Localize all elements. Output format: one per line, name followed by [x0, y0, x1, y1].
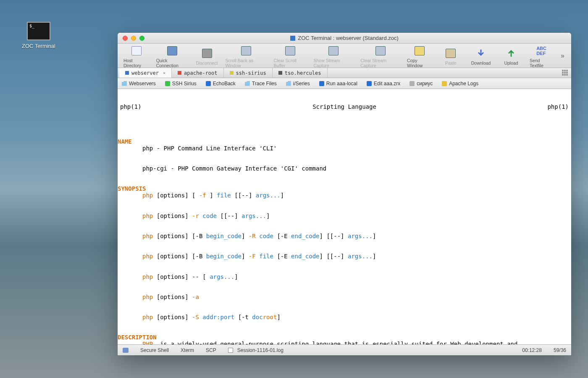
host-icon [367, 81, 372, 86]
tab-close-icon[interactable]: ✕ [161, 71, 165, 75]
tab-indicator-icon [178, 71, 181, 75]
quick-connection-button[interactable]: Quick Connection [154, 44, 191, 68]
window-title: ZOC Terminal : webserver (Standard.zoc) [118, 35, 571, 41]
toolbar-overflow-button[interactable]: » [557, 52, 568, 60]
clear-scroll-button[interactable]: Clear Scroll Buffer [271, 44, 310, 68]
maximize-button[interactable] [139, 36, 144, 41]
window-controls [118, 36, 144, 41]
bookmark-iseries[interactable]: i/Series [286, 81, 310, 87]
close-button[interactable] [123, 36, 128, 41]
statusbar: Secure Shell Xterm SCP Session-1116-01.l… [118, 344, 571, 355]
host-icon [319, 81, 324, 86]
status-elapsed: 00:12:28 [522, 347, 542, 353]
bookmark-echoback[interactable]: EchoBack [206, 81, 236, 87]
terminal-viewport[interactable]: php(1)Scripting Languagephp(1) NAME php … [118, 89, 571, 344]
bookmark-webservers[interactable]: Webservers [122, 81, 156, 87]
tab-indicator-icon [125, 71, 129, 75]
host-icon [165, 81, 170, 86]
upload-button[interactable]: Upload [497, 46, 525, 66]
tab-indicator-icon [278, 71, 282, 75]
desktop-app-icon[interactable]: ZOC Terminal [22, 22, 55, 49]
window-title-text: ZOC Terminal : webserver (Standard.zoc) [298, 35, 399, 41]
tab-apache-root[interactable]: apache-root [172, 68, 223, 78]
tab-grid-button[interactable] [562, 70, 568, 76]
folder-icon [122, 81, 127, 86]
show-capture-button[interactable]: Show Stream Capture [311, 44, 356, 68]
disconnect-button[interactable]: Disconnect [193, 46, 221, 66]
bookmark-trace-files[interactable]: Trace Files [245, 81, 277, 87]
man-header: php(1)Scripting Languagephp(1) [118, 103, 571, 110]
app-window: ZOC Terminal : webserver (Standard.zoc) … [118, 33, 571, 355]
tab-bar: webserver ✕ apache-root ssh-sirius tso.h… [118, 68, 571, 78]
minimize-button[interactable] [131, 36, 136, 41]
status-protocol: SCP [206, 347, 216, 353]
paste-button[interactable]: Paste [436, 46, 465, 66]
bookmark-run-aaa-local[interactable]: Run aaa-local [319, 81, 357, 87]
host-icon [206, 81, 211, 86]
host-directory-button[interactable]: Host Directory [121, 44, 152, 68]
bookmark-apache-logs[interactable]: Apache Logs [442, 81, 478, 87]
connection-icon [123, 348, 129, 353]
terminal-icon [27, 22, 50, 40]
man-body: NAME php - PHP Command Line Interface 'C… [118, 123, 571, 344]
tab-ssh-sirius[interactable]: ssh-sirius [224, 68, 273, 78]
bookmark-sirius-cyrillic[interactable]: сириус [410, 81, 433, 87]
status-connection: Secure Shell [140, 347, 169, 353]
status-cursor-pos: 59/36 [554, 347, 566, 353]
tab-indicator-icon [230, 71, 234, 75]
status-terminal-type: Xterm [181, 347, 194, 353]
host-icon [410, 81, 415, 86]
folder-icon [245, 81, 250, 86]
bookmark-ssh-sirius[interactable]: SSH Sirius [165, 81, 197, 87]
log-checkbox[interactable] [228, 348, 233, 353]
desktop-app-label: ZOC Terminal [22, 43, 55, 49]
host-icon [442, 81, 447, 86]
toolbar: Host Directory Quick Connection Disconne… [118, 44, 571, 68]
folder-icon [286, 81, 291, 86]
download-button[interactable]: Download [467, 46, 495, 66]
send-textfile-button[interactable]: ABCDEFSend Textfile [527, 44, 556, 68]
bookmarks-bar: Webservers SSH Sirius EchoBack Trace Fil… [118, 78, 571, 89]
tab-webserver[interactable]: webserver ✕ [119, 68, 172, 78]
status-logfile: Session-1116-01.log [237, 347, 284, 353]
app-icon [290, 36, 295, 41]
clear-capture-button[interactable]: Clear Stream Capture [358, 44, 403, 68]
copy-window-button[interactable]: Copy Window [404, 44, 435, 68]
bookmark-edit-aaa-zrx[interactable]: Edit aaa.zrx [367, 81, 400, 87]
tab-tso-hercules[interactable]: tso.hercules [273, 68, 328, 78]
scroll-back-button[interactable]: Scroll Back as Window [223, 44, 270, 68]
titlebar: ZOC Terminal : webserver (Standard.zoc) [118, 33, 571, 44]
